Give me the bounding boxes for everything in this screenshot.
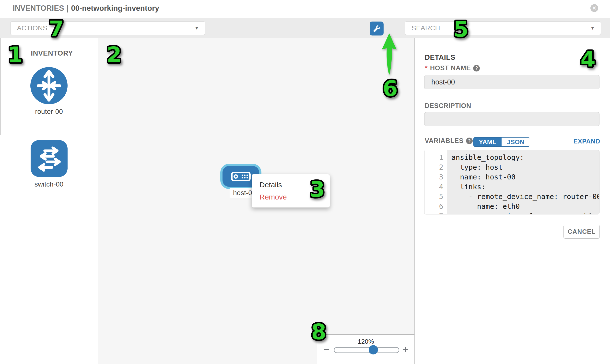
description-label: DESCRIPTION — [425, 102, 471, 110]
code-line: name: eth0 — [451, 201, 599, 211]
code-editor-gutter: 1 2 3 4 5 6 7 — [425, 150, 447, 214]
context-menu-details[interactable]: Details — [252, 179, 330, 191]
code-line: remote_interface_name: eth0 — [451, 211, 599, 214]
toolbar: ACTIONS ▼ SEARCH ▼ — [0, 18, 610, 38]
line-number: 6 — [425, 201, 447, 211]
wrench-icon — [372, 24, 382, 34]
toggle-yaml[interactable]: YAML — [473, 138, 502, 146]
chevron-down-icon: ▼ — [194, 26, 199, 31]
description-field[interactable] — [424, 112, 599, 126]
zoom-slider-handle[interactable] — [369, 345, 378, 354]
variables-code-editor: 1 2 3 4 5 6 7 ansible_topology: type: ho… — [424, 150, 599, 214]
zoom-level-value: 120% — [317, 338, 415, 345]
search-dropdown[interactable]: SEARCH ▼ — [405, 21, 601, 35]
sidebar-heading: INVENTORY — [31, 49, 73, 57]
line-number: 3 — [425, 172, 447, 182]
palette-item-label: switch-00 — [0, 181, 98, 188]
actions-dropdown[interactable]: ACTIONS ▼ — [10, 21, 205, 35]
zoom-control-panel: 120% − + — [317, 334, 415, 364]
palette-item-label: router-00 — [0, 108, 98, 116]
host-name-value: host-00 — [431, 78, 455, 86]
variables-format-toggle: YAML JSON — [473, 137, 530, 147]
search-dropdown-label: SEARCH — [412, 24, 440, 32]
variables-label: VARIABLES — [425, 137, 464, 145]
palette-item-switch[interactable]: switch-00 — [0, 140, 98, 188]
variables-label-row: VARIABLES ? — [425, 137, 473, 145]
zoom-in-button[interactable]: + — [402, 344, 409, 355]
cancel-button[interactable]: CANCEL — [563, 225, 600, 239]
help-icon[interactable]: ? — [466, 138, 473, 144]
details-panel: DETAILS * HOST NAME ? host-00 DESCRIPTIO… — [415, 38, 610, 364]
chevron-down-icon: ▼ — [590, 26, 595, 31]
zoom-out-button[interactable]: − — [323, 344, 329, 355]
code-line: name: host-00 — [451, 172, 599, 182]
router-icon — [30, 67, 67, 104]
line-number: 4 — [425, 182, 447, 192]
page-title: INVENTORIES|00-networking-inventory — [13, 4, 159, 13]
palette-item-router[interactable]: router-00 — [0, 67, 98, 116]
inventory-sidebar: INVENTORY router-00 — [0, 38, 98, 364]
actions-dropdown-label: ACTIONS — [17, 24, 47, 32]
zoom-slider-track[interactable] — [334, 347, 399, 353]
code-editor-content[interactable]: ansible_topology: type: host name: host-… — [447, 150, 599, 214]
page-header: INVENTORIES|00-networking-inventory ✕ — [0, 0, 610, 17]
expand-link[interactable]: EXPAND — [573, 138, 600, 145]
host-name-label-row: * HOST NAME ? — [425, 64, 480, 72]
breadcrumb-separator: | — [66, 4, 69, 13]
description-label-row: DESCRIPTION — [425, 102, 471, 110]
topology-canvas[interactable]: host-00 Details Remove 120% − + — [98, 38, 415, 364]
breadcrumb-item: 00-networking-inventory — [71, 4, 159, 13]
required-marker: * — [425, 64, 428, 72]
code-line: links: — [451, 182, 599, 192]
toggle-json[interactable]: JSON — [502, 138, 530, 146]
line-number: 7 — [425, 211, 447, 214]
code-line: type: host — [451, 162, 599, 172]
context-menu-remove[interactable]: Remove — [252, 191, 330, 203]
inventory-topology-app: INVENTORIES|00-networking-inventory ✕ AC… — [0, 0, 610, 364]
code-line: - remote_device_name: router-00 — [451, 192, 599, 201]
switch-icon — [31, 140, 67, 177]
line-number: 2 — [425, 162, 447, 172]
host-name-label: HOST NAME — [430, 64, 471, 72]
node-context-menu: Details Remove — [252, 174, 330, 208]
configure-tools-button[interactable] — [370, 22, 384, 36]
server-icon — [231, 171, 251, 182]
details-heading: DETAILS — [425, 53, 455, 61]
help-icon[interactable]: ? — [473, 65, 480, 71]
breadcrumb-section: INVENTORIES — [13, 4, 64, 13]
line-number: 1 — [425, 153, 447, 162]
line-number: 5 — [425, 192, 447, 201]
host-name-field[interactable]: host-00 — [424, 75, 599, 89]
close-icon[interactable]: ✕ — [590, 4, 598, 12]
code-line: ansible_topology: — [451, 153, 599, 162]
